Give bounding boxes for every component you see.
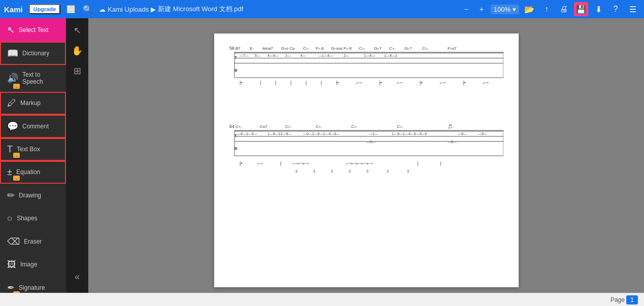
svg-text:G♭7: G♭7 <box>404 46 412 51</box>
svg-text:🎵-: 🎵- <box>448 124 454 129</box>
svg-text:2—: 2— <box>344 54 349 57</box>
markup-label: Markup <box>20 99 41 107</box>
print-button[interactable]: 🖨 <box>557 2 571 16</box>
comment-icon: 💬 <box>7 121 18 132</box>
sidebar-item-eraser[interactable]: ⌫ Eraser <box>0 230 66 253</box>
svg-rect-52 <box>234 136 503 137</box>
search-icon-btn[interactable]: 🔍 <box>81 2 95 16</box>
svg-text:3: 3 <box>349 169 351 173</box>
page-number: 1 <box>626 295 638 304</box>
kami-logo: Kami <box>4 5 23 14</box>
svg-text:G♭7: G♭7 <box>374 46 382 51</box>
svg-text:—9—: —9— <box>458 132 467 135</box>
breadcrumb-cloud-icon: ☁ <box>99 6 106 13</box>
minus-zoom-button[interactable]: − <box>460 3 472 15</box>
svg-rect-15 <box>234 58 503 58</box>
text-box-label: Text Box <box>17 146 40 153</box>
svg-text:2—: 2— <box>285 54 291 57</box>
sidebar-item-drawing[interactable]: ✏ Drawing <box>0 184 66 207</box>
svg-text:3: 3 <box>366 169 368 173</box>
hand-icon-btn[interactable]: ✋ <box>66 41 88 61</box>
sidebar-item-comment[interactable]: 💬 Comment <box>0 115 66 138</box>
lock-badge-textbox: 🔒 <box>13 153 20 158</box>
svg-text:|: | <box>290 80 291 85</box>
svg-rect-14 <box>234 53 503 53</box>
svg-text:C♭-: C♭- <box>359 46 365 51</box>
breadcrumb-uploads[interactable]: Kami Uploads <box>108 6 149 13</box>
equation-label: Equation <box>16 168 40 176</box>
svg-text:Ama7: Ama7 <box>262 46 273 51</box>
svg-text:|: | <box>275 80 276 85</box>
music-svg-2: 64 C♭- Co7 C♭- C♭- C♭- C♭- 🎵- T B <box>229 122 503 188</box>
menu-button[interactable]: ☰ <box>626 2 640 16</box>
svg-text:C♭-: C♭- <box>397 124 403 129</box>
text-to-speech-label: Text to Speech <box>22 71 59 86</box>
sidebar-item-shapes[interactable]: ○ Shapes <box>0 207 66 230</box>
upgrade-button[interactable]: Upgrade <box>29 4 61 14</box>
plus-zoom-button[interactable]: + <box>476 3 488 15</box>
equation-icon: ± <box>7 167 12 178</box>
sidebar-item-signature[interactable]: ✒ Signature 🔒 <box>0 276 66 293</box>
svg-text:B: B <box>234 68 238 73</box>
breadcrumb: ☁ Kami Uploads ▶ 新建 Microsoft Word 文档.pd… <box>99 5 243 14</box>
svg-text:|•: |• <box>463 80 466 85</box>
svg-text:|: | <box>260 80 261 85</box>
sidebar-item-select-text[interactable]: ↖ Select Text <box>0 18 66 42</box>
speaker-icon: 🔊 <box>7 73 18 84</box>
grid-icon-btn[interactable]: ⊞ <box>66 61 88 81</box>
window-icon-btn[interactable]: ⬜ <box>64 3 77 15</box>
svg-text:|•: |• <box>240 80 243 85</box>
save-button[interactable]: 💾 <box>574 2 588 16</box>
svg-text:⌐¬: ⌐¬ <box>397 80 402 85</box>
cursor2-icon-btn[interactable]: ↖ <box>66 20 88 41</box>
topbar: Kami Upgrade ⬜ 🔍 ☁ Kami Uploads ▶ 新建 Mic… <box>0 0 644 18</box>
svg-text:E-: E- <box>250 46 254 51</box>
svg-text:C♭-: C♭- <box>351 124 358 129</box>
music-section-2: 64 C♭- Co7 C♭- C♭- C♭- C♭- 🎵- T B <box>229 122 503 190</box>
svg-text:64: 64 <box>229 124 234 129</box>
share-button[interactable]: ↑ <box>539 2 554 16</box>
svg-text:4—: 4— <box>300 54 306 57</box>
select-text-label: Select Text <box>19 26 48 33</box>
svg-text:⌐¬: ⌐¬ <box>483 80 489 85</box>
svg-text:1—4—: 1—4— <box>364 54 375 57</box>
svg-text:5—: 5— <box>255 54 260 57</box>
svg-text:C♭-: C♭- <box>316 124 322 129</box>
svg-text:B: B <box>234 146 238 151</box>
shapes-label: Shapes <box>17 215 38 222</box>
collapse-icon-btn[interactable]: « <box>66 266 88 287</box>
sidebar-item-dictionary[interactable]: 📖 Dictionary <box>0 42 66 65</box>
svg-text:1—9—1—4—0—4—0: 1—9—1—4—0—4—0 <box>392 132 427 135</box>
download-button[interactable]: ⬇ <box>591 2 605 16</box>
svg-text:|: | <box>321 80 322 85</box>
music-svg-1: 56 B7 E- Ama7 D♭o Co C♭- F♭-6 G♭sus F♭-6… <box>229 44 503 110</box>
svg-text:G♭sus F♭-6: G♭sus F♭-6 <box>331 46 352 51</box>
zoom-control[interactable]: 100% ▾ <box>491 5 519 14</box>
sidebar-item-markup[interactable]: 🖊 Markup <box>0 92 66 115</box>
svg-text:—0—1—9—1—4—0—: —0—1—9—1—4—0— <box>303 132 340 135</box>
sidebar-main: ↖ Select Text 📖 Dictionary 🔊 Text to Spe… <box>0 18 66 293</box>
help-button[interactable]: ? <box>608 2 623 16</box>
svg-text:|•: |• <box>240 161 243 166</box>
drawing-label: Drawing <box>19 192 41 199</box>
svg-text:—2—: —2— <box>366 140 376 144</box>
sidebar-item-equation[interactable]: ± Equation 🔒 <box>0 161 66 184</box>
open-folder-button[interactable]: 📂 <box>522 2 536 16</box>
svg-text:⌐¬⌐¬⌐¬: ⌐¬⌐¬⌐¬ <box>293 161 309 166</box>
zoom-dropdown-icon: ▾ <box>513 6 516 13</box>
svg-text:⌐¬: ⌐¬ <box>440 80 446 85</box>
pen-icon: ✏ <box>7 190 15 201</box>
sidebar-item-image[interactable]: 🖼 Image <box>0 253 66 276</box>
svg-text:|•: |• <box>336 80 339 85</box>
breadcrumb-filename: 新建 Microsoft Word 文档.pdf <box>158 5 243 14</box>
svg-text:3: 3 <box>331 169 333 173</box>
sidebar-item-text-to-speech[interactable]: 🔊 Text to Speech 🔒 <box>0 65 66 92</box>
image-icon: 🖼 <box>7 259 16 270</box>
cursor-icon: ↖ <box>7 24 15 36</box>
svg-text:3: 3 <box>387 169 389 173</box>
svg-text:—4—1—4—: —4—1—4— <box>237 132 257 135</box>
sidebar-item-text-box[interactable]: T Text Box 🔒 <box>0 138 66 161</box>
eraser-icon: ⌫ <box>7 236 20 247</box>
svg-text:T: T <box>234 55 237 60</box>
svg-text:1—4—1: 1—4—1 <box>384 54 397 57</box>
